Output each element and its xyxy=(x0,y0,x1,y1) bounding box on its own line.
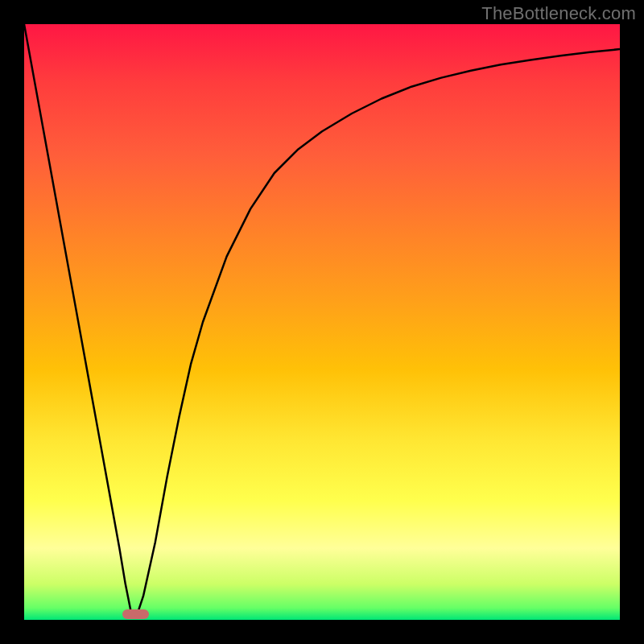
minimum-marker xyxy=(122,609,149,619)
plot-area xyxy=(24,24,620,620)
chart-frame: TheBottleneck.com xyxy=(0,0,644,644)
bottleneck-curve xyxy=(24,24,620,614)
curve-svg xyxy=(24,24,620,620)
watermark-text: TheBottleneck.com xyxy=(481,3,636,24)
